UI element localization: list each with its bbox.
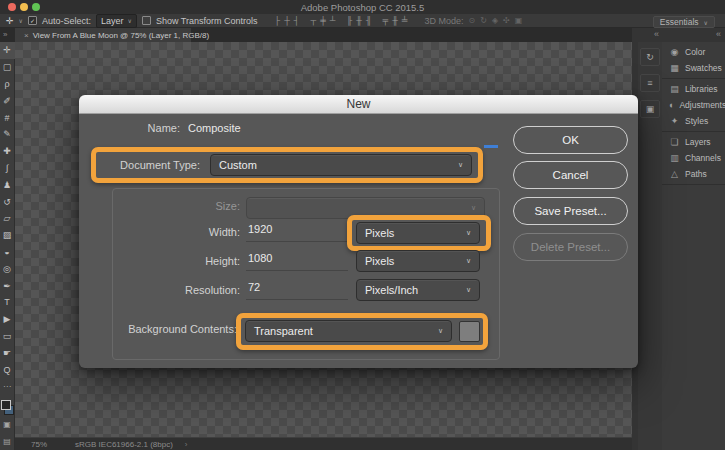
history-brush-tool[interactable]: ↺ bbox=[0, 193, 15, 210]
toolbar-collapse-icon[interactable]: » bbox=[3, 30, 7, 39]
properties-panel-icon[interactable]: ≡ bbox=[640, 74, 660, 92]
gradient-tool[interactable]: ▨ bbox=[0, 227, 15, 244]
panel-label: Styles bbox=[685, 116, 708, 126]
panel-tab-channels[interactable]: ▥ Channels bbox=[662, 150, 725, 166]
move-tool[interactable]: ✛ bbox=[0, 42, 15, 59]
eraser-tool[interactable]: ▱ bbox=[0, 210, 15, 227]
dock-header: « « bbox=[632, 28, 725, 42]
edit-toolbar-icon[interactable]: ⋯ bbox=[0, 378, 15, 395]
auto-select-layer-value: Layer bbox=[101, 16, 124, 26]
panel-label: Paths bbox=[685, 169, 707, 179]
close-tab-icon[interactable]: × bbox=[24, 31, 29, 40]
status-options-chevron-icon[interactable]: › bbox=[185, 440, 188, 449]
panel-label: Channels bbox=[685, 153, 721, 163]
document-profile-status: sRGB IEC61966-2.1 (8bpc) bbox=[75, 440, 173, 449]
hand-tool[interactable]: ☛ bbox=[0, 344, 15, 361]
height-input[interactable]: 1080 bbox=[246, 252, 348, 271]
screen-mode-icon[interactable]: ▤ bbox=[0, 433, 15, 450]
lasso-tool[interactable]: ρ bbox=[0, 76, 15, 93]
panel-label: Libraries bbox=[685, 84, 718, 94]
quick-selection-tool[interactable]: ✐ bbox=[0, 92, 15, 109]
resolution-unit-dropdown[interactable]: Pixels/Inch ∨ bbox=[356, 279, 480, 301]
eyedropper-tool[interactable]: ✎ bbox=[0, 126, 15, 143]
highlight-background-contents bbox=[236, 313, 488, 350]
clone-stamp-tool[interactable]: ♟ bbox=[0, 176, 15, 193]
height-unit-dropdown[interactable]: Pixels ∨ bbox=[356, 250, 480, 272]
auto-select-layer-dropdown[interactable]: Layer ∨ bbox=[96, 14, 137, 28]
show-transform-controls-checkbox[interactable] bbox=[142, 16, 151, 25]
type-tool[interactable]: T bbox=[0, 294, 15, 311]
name-input[interactable]: Composite bbox=[188, 122, 241, 134]
foreground-color-swatch[interactable] bbox=[1, 400, 11, 410]
path-selection-tool[interactable]: ▶ bbox=[0, 311, 15, 328]
status-bar: 75% sRGB IEC61966-2.1 (8bpc) › bbox=[15, 437, 632, 450]
panel-tab-paths[interactable]: △ Paths bbox=[662, 166, 725, 182]
highlight-width-unit bbox=[347, 215, 491, 251]
paths-panel-icon: △ bbox=[669, 169, 680, 179]
collapse-panels-icon[interactable]: « bbox=[654, 29, 659, 39]
adjustments-panel-icon: ◐ bbox=[669, 100, 674, 110]
zoom-tool[interactable]: Q bbox=[0, 361, 15, 378]
panel-tab-swatches[interactable]: ▦ Swatches bbox=[662, 60, 725, 76]
resolution-input[interactable]: 72 bbox=[246, 281, 348, 300]
crop-tool[interactable]: # bbox=[0, 109, 15, 126]
align-horizontal-centers-icon[interactable]: ┼ bbox=[284, 16, 290, 25]
panel-tab-color[interactable]: ◉ Color bbox=[662, 44, 725, 60]
spot-healing-brush-tool[interactable]: ✚ bbox=[0, 143, 15, 160]
workspace-switcher[interactable]: Essentials ∨ bbox=[653, 16, 715, 28]
align-right-edges-icon[interactable]: ┤ bbox=[294, 16, 300, 25]
history-panel-icon[interactable]: ↻ bbox=[640, 48, 660, 66]
collapse-panels-icon[interactable]: « bbox=[716, 29, 721, 39]
align-left-edges-icon[interactable]: ├ bbox=[274, 16, 280, 25]
3d-slide-icon: ✣ bbox=[503, 16, 510, 25]
panel-tab-libraries[interactable]: ▤ Libraries bbox=[662, 81, 725, 97]
panel-label: Layers bbox=[685, 137, 711, 147]
distribute-left-edges-icon[interactable]: ╟ bbox=[346, 16, 352, 25]
width-label: Width: bbox=[120, 226, 240, 238]
align-bottom-edges-icon[interactable]: ┴ bbox=[330, 16, 336, 25]
auto-select-label: Auto-Select: bbox=[42, 16, 91, 26]
pen-tool[interactable]: ✒ bbox=[0, 277, 15, 294]
move-tool-icon[interactable]: ✛ bbox=[6, 16, 14, 26]
layers-panel-icon: ❏ bbox=[669, 137, 680, 147]
distribute-top-edges-icon[interactable]: ╤ bbox=[383, 16, 389, 25]
tool-preset-chevron-icon[interactable]: ∨ bbox=[19, 17, 23, 24]
distribute-right-edges-icon[interactable]: ╢ bbox=[366, 16, 372, 25]
align-vertical-centers-icon[interactable]: ╪ bbox=[320, 16, 326, 25]
distribute-vertical-centers-icon[interactable]: ╫ bbox=[392, 16, 398, 25]
panel-tab-layers[interactable]: ❏ Layers bbox=[662, 134, 725, 150]
panel-tab-adjustments[interactable]: ◐ Adjustments bbox=[662, 97, 725, 113]
panel-group: ▤ Libraries ◐ Adjustments ✦ Styles bbox=[662, 79, 725, 132]
chevron-down-icon: ∨ bbox=[466, 257, 471, 265]
cancel-button[interactable]: Cancel bbox=[513, 161, 628, 189]
distribute-bottom-edges-icon[interactable]: ╧ bbox=[402, 16, 408, 25]
width-input[interactable]: 1920 bbox=[246, 223, 348, 242]
window-titlebar: Adobe Photoshop CC 2015.5 bbox=[0, 0, 725, 15]
3d-scale-icon: ▣ bbox=[515, 16, 523, 25]
rectangular-marquee-tool[interactable]: ▢ bbox=[0, 59, 15, 76]
save-preset-button[interactable]: Save Preset... bbox=[513, 197, 628, 225]
ok-button[interactable]: OK bbox=[513, 126, 628, 154]
swatches-panel-icon: ▦ bbox=[669, 63, 680, 73]
panel-tab-styles[interactable]: ✦ Styles bbox=[662, 113, 725, 129]
auto-select-checkbox[interactable]: ✓ bbox=[28, 16, 37, 25]
zoom-level-field[interactable]: 75% bbox=[31, 440, 47, 449]
rectangle-shape-tool[interactable]: ▭ bbox=[0, 328, 15, 345]
blur-tool[interactable]: ◒ bbox=[0, 244, 15, 261]
panel-label: Adjustments bbox=[679, 100, 725, 110]
brush-tool[interactable]: ∫ bbox=[0, 160, 15, 177]
clone-source-panel-icon[interactable]: ▣ bbox=[640, 100, 660, 118]
show-transform-controls-label: Show Transform Controls bbox=[156, 16, 258, 26]
distribute-horizontal-centers-icon[interactable]: ╫ bbox=[356, 16, 362, 25]
new-document-dialog: New Name: Composite Document Type: Custo… bbox=[79, 95, 638, 368]
align-top-edges-icon[interactable]: ┬ bbox=[310, 16, 316, 25]
chevron-down-icon: ∨ bbox=[466, 286, 471, 294]
chevron-down-icon: ∨ bbox=[128, 17, 132, 24]
quick-mask-icon[interactable]: ▣ bbox=[0, 416, 15, 433]
dodge-tool[interactable]: ◎ bbox=[0, 260, 15, 277]
tools-panel: ✛ ▢ ρ ✐ # ✎ ✚ ∫ ♟ ↺ ▱ ▨ ◒ ◎ ✒ T ▶ ▭ ☛ Q … bbox=[0, 42, 15, 450]
3d-drag-icon: ◈ bbox=[492, 16, 498, 25]
3d-mode-label: 3D Mode: bbox=[425, 16, 464, 26]
document-tab[interactable]: × View From A Blue Moon @ 75% (Layer 1, … bbox=[15, 28, 191, 42]
background-contents-label: Background Contents: bbox=[97, 323, 237, 335]
